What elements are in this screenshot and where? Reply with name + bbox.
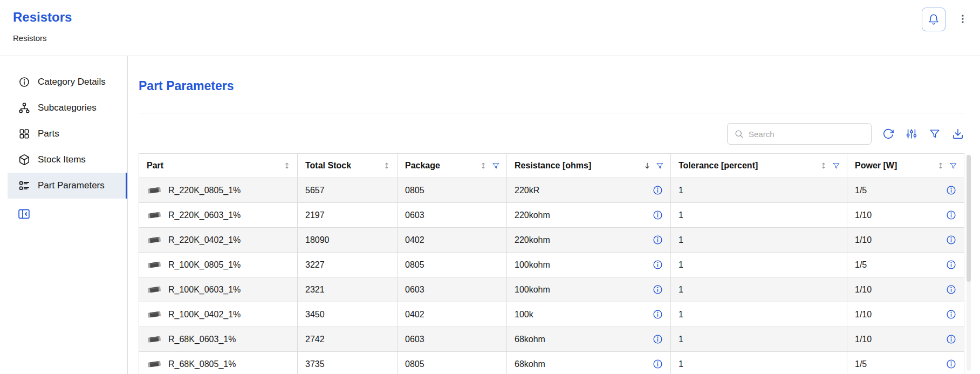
column-header-resistance-ohms[interactable]: Resistance [ohms] — [507, 154, 671, 178]
download-icon — [952, 128, 964, 140]
refresh-icon — [882, 128, 894, 140]
info-button[interactable] — [653, 210, 663, 220]
sidebar: Category DetailsSubcategoriesPartsStock … — [0, 56, 128, 374]
cell-total-stock: 5657 — [298, 178, 398, 203]
table-row[interactable]: R_220K_0805_1%56570805220kR11/5 — [139, 178, 964, 203]
info-button[interactable] — [653, 185, 663, 195]
collapse-sidebar-button[interactable] — [17, 207, 31, 221]
info-button[interactable] — [946, 359, 956, 369]
boxes-icon — [18, 154, 30, 166]
filter-icon[interactable] — [949, 162, 957, 170]
info-button[interactable] — [946, 210, 956, 220]
info-circle-icon — [946, 284, 956, 295]
column-header-part[interactable]: Part — [139, 154, 298, 178]
resistance-value: 220kohm — [515, 210, 550, 220]
cell-resistance: 220kohm — [507, 203, 671, 228]
sort-desc-icon[interactable] — [643, 162, 651, 169]
part-thumbnail — [147, 236, 162, 244]
tolerance-value: 1 — [679, 310, 683, 319]
info-circle-icon — [946, 309, 956, 319]
info-button[interactable] — [653, 334, 663, 344]
table-row[interactable]: R_100K_0603_1%23210603100kohm11/10 — [139, 277, 964, 302]
filter-icon[interactable] — [832, 162, 840, 170]
column-header-tolerance-percent[interactable]: Tolerance [percent] — [671, 154, 847, 178]
column-label: Package — [405, 161, 440, 171]
cell-package: 0603 — [398, 277, 507, 302]
collapse-icon — [17, 207, 31, 221]
filter-icon[interactable] — [492, 162, 500, 170]
column-header-package[interactable]: Package — [398, 154, 507, 178]
vertical-scrollbar[interactable] — [967, 155, 971, 371]
column-settings-button[interactable] — [906, 128, 917, 140]
cell-power: 1/5 — [847, 352, 964, 374]
search-input[interactable] — [749, 130, 865, 139]
info-button[interactable] — [946, 235, 956, 245]
part-value: R_220K_0603_1% — [168, 210, 241, 220]
sidebar-item-category-details[interactable]: Category Details — [8, 69, 127, 95]
sidebar-item-stock-items[interactable]: Stock Items — [8, 147, 127, 173]
table-row[interactable]: R_220K_0603_1%21970603220kohm11/10 — [139, 203, 964, 228]
info-button[interactable] — [946, 260, 956, 270]
info-button[interactable] — [946, 334, 956, 344]
refresh-button[interactable] — [882, 128, 894, 140]
info-button[interactable] — [653, 359, 663, 369]
sidebar-item-parts[interactable]: Parts — [8, 121, 127, 147]
info-button[interactable] — [946, 309, 956, 319]
package-value: 0402 — [405, 310, 424, 319]
sort-both-icon[interactable] — [479, 162, 487, 169]
info-button[interactable] — [946, 185, 956, 195]
table-row[interactable]: R_220K_0402_1%180900402220kohm11/10 — [139, 228, 964, 253]
tolerance-value: 1 — [679, 335, 683, 344]
info-button[interactable] — [653, 309, 663, 319]
sidebar-item-label: Part Parameters — [38, 180, 105, 191]
grid-icon — [18, 128, 30, 140]
sidebar-item-subcategories[interactable]: Subcategories — [8, 95, 127, 121]
info-button[interactable] — [653, 235, 663, 245]
search-box[interactable] — [727, 123, 872, 145]
page-header: Resistors Resistors — [0, 0, 980, 56]
cell-part: R_220K_0402_1% — [139, 228, 298, 253]
bell-button[interactable] — [922, 8, 945, 31]
info-button[interactable] — [653, 284, 663, 295]
resistance-value: 68kohm — [515, 335, 545, 344]
download-button[interactable] — [952, 128, 964, 140]
cell-tolerance: 1 — [671, 228, 847, 253]
table-row[interactable]: R_100K_0805_1%32270805100kohm11/5 — [139, 253, 964, 277]
column-controls — [479, 162, 500, 170]
tolerance-value: 1 — [679, 285, 683, 294]
part-value: R_100K_0805_1% — [168, 260, 241, 270]
total-stock-value: 2742 — [305, 335, 325, 344]
table-row[interactable]: R_68K_0805_1%3735080568kohm11/5 — [139, 352, 964, 374]
list-detail-icon — [18, 180, 30, 192]
cell-part: R_68K_0603_1% — [139, 327, 298, 352]
part-thumbnail — [147, 261, 162, 269]
column-header-power-w[interactable]: Power [W] — [847, 154, 964, 178]
column-label: Power [W] — [855, 161, 897, 171]
filter-icon[interactable] — [656, 162, 664, 170]
tolerance-value: 1 — [679, 186, 683, 195]
tolerance-value: 1 — [679, 260, 683, 269]
sidebar-item-part-parameters[interactable]: Part Parameters — [8, 173, 127, 199]
info-circle-icon — [946, 235, 956, 245]
total-stock-value: 3450 — [305, 310, 325, 319]
column-header-total-stock[interactable]: Total Stock — [298, 154, 398, 178]
sort-both-icon[interactable] — [937, 162, 944, 169]
cell-total-stock: 18090 — [298, 228, 398, 253]
sort-both-icon[interactable] — [283, 162, 291, 169]
sidebar-item-label: Stock Items — [38, 154, 86, 165]
info-button[interactable] — [653, 260, 663, 270]
sort-both-icon[interactable] — [383, 162, 390, 169]
table-row[interactable]: R_100K_0402_1%34500402100k11/10 — [139, 302, 964, 327]
cell-package: 0805 — [398, 352, 507, 374]
part-value: R_220K_0805_1% — [168, 186, 241, 195]
info-button[interactable] — [946, 284, 956, 295]
info-circle-icon — [653, 185, 663, 195]
tolerance-value: 1 — [679, 235, 683, 244]
cell-power: 1/10 — [847, 327, 964, 352]
sort-both-icon[interactable] — [820, 162, 827, 169]
cell-package: 0805 — [398, 253, 507, 277]
kebab-menu-button[interactable] — [957, 13, 968, 26]
filter-button[interactable] — [929, 128, 941, 140]
table-row[interactable]: R_68K_0603_1%2742060368kohm11/10 — [139, 327, 964, 352]
scrollbar-thumb[interactable] — [967, 155, 971, 282]
